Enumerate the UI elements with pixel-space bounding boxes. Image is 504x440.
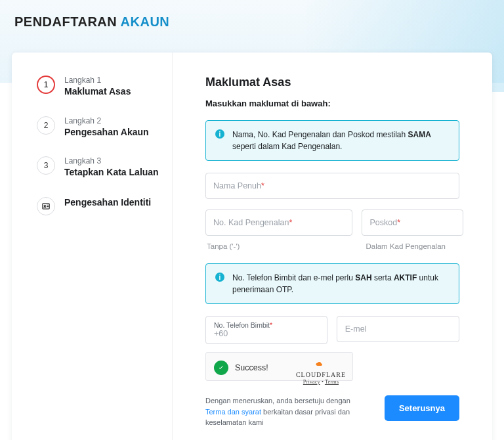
info2-b2: AKTIF <box>394 273 417 282</box>
phone-label: No. Telefon Bimbit* <box>214 321 319 329</box>
step-3-label: Langkah 3 <box>64 156 159 165</box>
info2-b1: SAH <box>355 273 371 282</box>
captcha-terms-link[interactable]: Terms <box>325 378 339 385</box>
step-number-2: 2 <box>37 116 55 135</box>
phone-input[interactable]: No. Telefon Bimbit* +60 <box>205 316 327 344</box>
step-1-title: Maklumat Asas <box>64 86 131 98</box>
info1-post: seperti dalam Kad Pengenalan. <box>232 142 342 151</box>
captcha-success-text: Success! <box>235 363 268 372</box>
step-1-label: Langkah 1 <box>64 76 131 85</box>
registration-card: 1 Langkah 1 Maklumat Asas 2 Langkah 2 Pe… <box>12 53 492 440</box>
step-identity[interactable]: Pengesahan Identiti <box>37 197 159 215</box>
title-part-1: PENDAFTARAN <box>14 14 117 29</box>
svg-point-1 <box>44 205 45 206</box>
full-name-input[interactable] <box>205 173 459 199</box>
step-2[interactable]: 2 Langkah 2 Pengesahan Akaun <box>37 116 159 139</box>
postcode-input[interactable] <box>362 209 463 236</box>
terms-link[interactable]: Terma dan syarat <box>205 408 261 416</box>
step-sidebar: 1 Langkah 1 Maklumat Asas 2 Langkah 2 Pe… <box>12 53 173 440</box>
identity-card-icon <box>37 197 55 215</box>
check-circle-icon <box>214 361 228 375</box>
step-3-title: Tetapkan Kata Laluan <box>64 167 159 179</box>
cloudflare-badge: CLOUDFLARE Privacy • Terms <box>296 359 346 385</box>
form-main: Maklumat Asas Masukkan maklumat di bawah… <box>173 53 492 440</box>
phone-prefix: +60 <box>214 329 319 338</box>
postcode-hint: Dalam Kad Pengenalan <box>366 242 467 250</box>
cloudflare-brand: CLOUDFLARE <box>296 371 346 378</box>
ic-number-input[interactable] <box>205 209 352 236</box>
title-part-2: AKAUN <box>121 14 170 29</box>
page-title: PENDAFTARAN AKAUN <box>0 0 504 30</box>
next-button[interactable]: Seterusnya <box>385 395 459 421</box>
email-input[interactable] <box>337 316 459 342</box>
ic-hint: Tanpa ('-') <box>207 242 354 250</box>
step-number-3: 3 <box>37 156 55 175</box>
agree-pre: Dengan meneruskan, anda bersetuju dengan <box>205 397 350 405</box>
info-icon: i <box>215 129 224 139</box>
captcha-widget[interactable]: Success! CLOUDFLARE Privacy • Terms <box>205 352 353 381</box>
info-box-contact: i No. Telefon Bimbit dan e-mel perlu SAH… <box>205 263 459 304</box>
section-title: Maklumat Asas <box>205 76 459 89</box>
info-icon: i <box>215 273 224 282</box>
step-2-label: Langkah 2 <box>64 116 149 125</box>
info2-pre: No. Telefon Bimbit dan e-mel perlu <box>232 273 355 282</box>
info2-mid: serta <box>372 273 394 282</box>
captcha-privacy-link[interactable]: Privacy <box>303 378 320 385</box>
info1-pre: Nama, No. Kad Pengenalan dan Poskod mest… <box>232 130 408 139</box>
step-2-title: Pengesahan Akaun <box>64 127 149 139</box>
agreement-text: Dengan meneruskan, anda bersetuju dengan… <box>205 395 369 428</box>
step-number-1: 1 <box>37 76 55 94</box>
info1-bold: SAMA <box>408 130 431 139</box>
step-3[interactable]: 3 Langkah 3 Tetapkan Kata Laluan <box>37 156 159 179</box>
info-box-identity: i Nama, No. Kad Pengenalan dan Poskod me… <box>205 120 459 161</box>
section-subtitle: Masukkan maklumat di bawah: <box>205 99 459 108</box>
step-identity-title: Pengesahan Identiti <box>64 197 151 209</box>
step-1[interactable]: 1 Langkah 1 Maklumat Asas <box>37 76 159 98</box>
